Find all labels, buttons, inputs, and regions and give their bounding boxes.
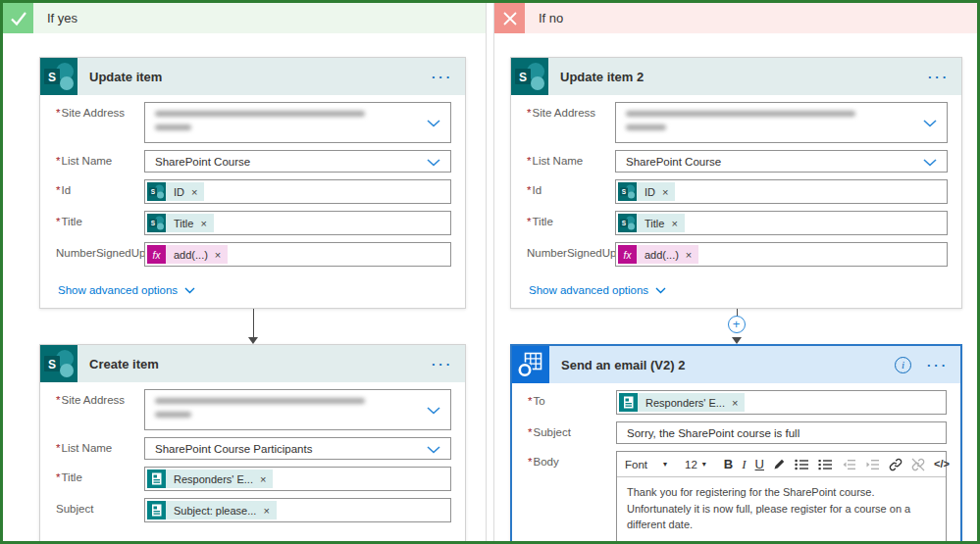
forms-icon bbox=[147, 501, 166, 519]
list-name-dropdown[interactable]: SharePoint Course Participants bbox=[144, 437, 451, 460]
token-label: ID bbox=[637, 186, 659, 198]
numbersignedup-input[interactable]: fx add(...) × bbox=[144, 242, 451, 267]
chevron-down-icon[interactable] bbox=[923, 153, 937, 171]
remove-token-icon[interactable]: × bbox=[668, 218, 684, 229]
bold-button[interactable]: B bbox=[724, 458, 733, 470]
field-subject: Subject Subject: please... × bbox=[56, 498, 451, 522]
title-input[interactable]: S Title × bbox=[615, 211, 948, 235]
underline-button[interactable]: U bbox=[755, 458, 764, 470]
field-label: Id bbox=[61, 184, 71, 196]
site-address-dropdown[interactable] bbox=[144, 389, 451, 430]
update-item-header[interactable]: S Update item ··· bbox=[40, 58, 465, 95]
to-input[interactable]: Responders' E... × bbox=[616, 390, 947, 415]
numbersignedup-input[interactable]: fx add(...) × bbox=[615, 242, 948, 267]
list-name-value: SharePoint Course bbox=[145, 156, 250, 168]
more-menu-icon[interactable]: ··· bbox=[928, 70, 950, 84]
field-site-address: *Site Address bbox=[56, 102, 451, 143]
font-family-dropdown[interactable]: Font▾ bbox=[625, 459, 667, 470]
id-input[interactable]: S ID × bbox=[615, 179, 948, 204]
update-item-2-body: *Site Address *List Name SharePoint Cour… bbox=[511, 95, 961, 308]
insert-step-button[interactable]: + bbox=[728, 316, 746, 333]
indent-icon[interactable] bbox=[865, 459, 880, 470]
chevron-down-icon[interactable] bbox=[427, 153, 440, 171]
more-menu-icon[interactable]: ··· bbox=[432, 357, 453, 371]
site-address-dropdown[interactable] bbox=[615, 102, 948, 143]
remove-token-icon[interactable]: × bbox=[188, 186, 204, 198]
token-label: add(...) bbox=[637, 249, 683, 261]
expression-token[interactable]: fx add(...) × bbox=[618, 245, 698, 264]
field-list-name: *List Name SharePoint Course bbox=[527, 150, 948, 173]
outdent-icon[interactable] bbox=[842, 459, 856, 470]
subject-input[interactable]: Subject: please... × bbox=[144, 498, 451, 522]
code-view-icon[interactable]: </> bbox=[934, 459, 950, 470]
outlook-icon bbox=[512, 346, 549, 383]
id-input[interactable]: S ID × bbox=[144, 179, 451, 204]
remove-token-icon[interactable]: × bbox=[659, 186, 675, 198]
dynamic-token[interactable]: Responders' E... × bbox=[147, 470, 273, 488]
chevron-down-icon[interactable] bbox=[427, 401, 440, 419]
expression-token[interactable]: fx add(...) × bbox=[147, 245, 228, 264]
card-send-email: Send an email (V2) 2 i ··· *To Responder… bbox=[510, 344, 962, 541]
remove-token-icon[interactable]: × bbox=[197, 218, 213, 229]
chevron-down-icon[interactable] bbox=[427, 114, 440, 131]
show-advanced-options-link[interactable]: Show advanced options bbox=[58, 540, 195, 541]
card-title: Send an email (V2) 2 bbox=[561, 358, 895, 372]
field-numbersignedup: NumberSignedUp fx add(...) × bbox=[56, 242, 451, 267]
dynamic-token[interactable]: S Title × bbox=[147, 214, 214, 232]
forms-icon bbox=[147, 470, 166, 488]
remove-token-icon[interactable]: × bbox=[212, 249, 228, 261]
dynamic-token[interactable]: S ID × bbox=[618, 182, 675, 201]
remove-token-icon[interactable]: × bbox=[260, 505, 276, 517]
email-body-text[interactable]: Thank you for registering for the ShareP… bbox=[617, 477, 946, 541]
subject-input[interactable]: Sorry, the SharePoint course is full bbox=[616, 421, 947, 444]
field-subject: *Subject Sorry, the SharePoint course is… bbox=[528, 421, 947, 444]
unlink-icon[interactable] bbox=[911, 458, 925, 471]
site-address-dropdown[interactable] bbox=[144, 102, 451, 143]
dynamic-token[interactable]: S ID × bbox=[147, 182, 204, 201]
bullet-list-icon[interactable] bbox=[795, 459, 809, 470]
show-advanced-options-link[interactable]: Show advanced options bbox=[58, 284, 195, 296]
link-icon[interactable] bbox=[889, 458, 903, 471]
dynamic-token[interactable]: Subject: please... × bbox=[147, 501, 277, 519]
more-menu-icon[interactable]: ··· bbox=[432, 70, 453, 84]
svg-text:S: S bbox=[151, 188, 156, 195]
dynamic-token[interactable]: S Title × bbox=[618, 214, 685, 232]
card-update-item: S Update item ··· *Site Address *List bbox=[39, 57, 466, 309]
field-title: *Title Responders' E... × bbox=[56, 467, 451, 491]
field-to: *To Responders' E... × bbox=[528, 390, 947, 415]
editor-toolbar: Font▾ 12▾ B I U bbox=[617, 452, 946, 477]
title-input[interactable]: Responders' E... × bbox=[144, 467, 451, 491]
chevron-down-icon[interactable] bbox=[923, 114, 937, 131]
svg-text:S: S bbox=[622, 188, 627, 195]
field-label: Site Address bbox=[61, 107, 125, 119]
remove-token-icon[interactable]: × bbox=[729, 397, 745, 409]
field-label: List Name bbox=[61, 442, 112, 454]
show-advanced-options-link[interactable]: Show advanced options bbox=[529, 284, 666, 296]
token-label: Title bbox=[166, 218, 197, 229]
send-email-header[interactable]: Send an email (V2) 2 i ··· bbox=[512, 346, 960, 383]
info-icon[interactable]: i bbox=[895, 357, 911, 373]
remove-token-icon[interactable]: × bbox=[257, 473, 273, 485]
remove-token-icon[interactable]: × bbox=[683, 249, 698, 261]
more-menu-icon[interactable]: ··· bbox=[927, 358, 949, 372]
list-name-dropdown[interactable]: SharePoint Course bbox=[144, 150, 451, 173]
list-name-value: SharePoint Course bbox=[616, 156, 721, 168]
card-create-item: S Create item ··· *Site Address *List bbox=[39, 344, 466, 541]
card-title: Create item bbox=[89, 357, 432, 371]
italic-button[interactable]: I bbox=[742, 458, 746, 470]
font-size-dropdown[interactable]: 12▾ bbox=[685, 459, 706, 470]
title-input[interactable]: S Title × bbox=[144, 211, 451, 235]
field-id: *Id S ID × bbox=[527, 179, 948, 204]
list-name-dropdown[interactable]: SharePoint Course bbox=[615, 150, 948, 173]
text-color-pen-icon[interactable] bbox=[773, 458, 786, 470]
chevron-down-icon[interactable] bbox=[427, 440, 440, 458]
create-item-header[interactable]: S Create item ··· bbox=[40, 345, 465, 382]
numbered-list-icon[interactable] bbox=[818, 459, 833, 470]
update-item-2-header[interactable]: S Update item 2 ··· bbox=[511, 58, 961, 95]
field-list-name: *List Name SharePoint Course Participant… bbox=[56, 437, 451, 460]
field-label: To bbox=[533, 395, 544, 407]
arrow-down-icon bbox=[248, 337, 258, 344]
field-title: *Title S Title × bbox=[527, 211, 948, 235]
dynamic-token[interactable]: Responders' E... × bbox=[619, 393, 745, 412]
flow-condition-branches: If yes S Update item ··· *Site Address bbox=[0, 0, 980, 544]
